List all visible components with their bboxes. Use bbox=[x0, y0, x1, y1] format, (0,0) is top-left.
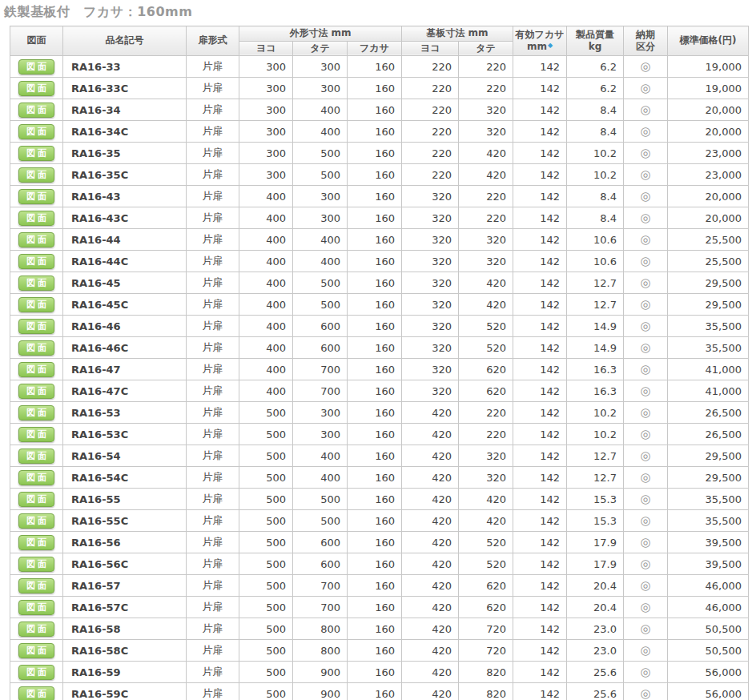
table-row: 図面 RA16-59 片扉 500 900 160 420 820 142 25… bbox=[10, 662, 749, 683]
door-type-cell: 片扉 bbox=[187, 380, 239, 402]
drawing-cell: 図面 bbox=[10, 683, 63, 700]
drawing-button[interactable]: 図面 bbox=[18, 232, 54, 247]
product-code-cell: RA16-53 bbox=[63, 402, 187, 424]
delivery-mark-cell: ◎ bbox=[624, 575, 668, 597]
door-type-cell: 片扉 bbox=[187, 445, 239, 467]
drawing-button[interactable]: 図面 bbox=[18, 535, 54, 550]
drawing-button[interactable]: 図面 bbox=[18, 622, 54, 637]
outer-depth-cell: 160 bbox=[348, 294, 402, 316]
drawing-button[interactable]: 図面 bbox=[18, 254, 54, 269]
drawing-button[interactable]: 図面 bbox=[18, 146, 54, 161]
outer-height-cell: 600 bbox=[293, 337, 348, 359]
weight-cell: 10.2 bbox=[567, 164, 624, 186]
effective-depth-cell: 142 bbox=[513, 143, 567, 164]
board-height-cell: 420 bbox=[459, 489, 513, 510]
product-code-cell: RA16-43 bbox=[63, 186, 187, 207]
drawing-button[interactable]: 図面 bbox=[18, 513, 54, 529]
table-row: 図面 RA16-44C 片扉 400 400 160 320 320 142 1… bbox=[10, 251, 749, 272]
outer-depth-cell: 160 bbox=[348, 424, 402, 445]
product-spec-table: 図面 品名記号 扉形式 外形寸法 mm 基板寸法 mm 有効フカサ mm◆ 製品… bbox=[10, 26, 749, 700]
outer-height-cell: 600 bbox=[293, 553, 348, 575]
delivery-mark-cell: ◎ bbox=[624, 662, 668, 683]
drawing-button[interactable]: 図面 bbox=[18, 362, 54, 377]
price-cell: 35,500 bbox=[668, 337, 749, 359]
delivery-mark: ◎ bbox=[640, 643, 650, 658]
product-code-cell: RA16-45 bbox=[63, 272, 187, 294]
drawing-button[interactable]: 図面 bbox=[18, 276, 54, 291]
drawing-button[interactable]: 図面 bbox=[18, 686, 54, 700]
delivery-mark: ◎ bbox=[640, 449, 650, 463]
door-type-cell: 片扉 bbox=[187, 683, 239, 700]
board-height-cell: 420 bbox=[459, 272, 513, 294]
drawing-button[interactable]: 図面 bbox=[18, 384, 54, 399]
drawing-button[interactable]: 図面 bbox=[18, 643, 54, 658]
delivery-mark-cell: ◎ bbox=[624, 186, 668, 207]
drawing-button[interactable]: 図面 bbox=[18, 340, 54, 356]
drawing-button[interactable]: 図面 bbox=[18, 297, 54, 312]
board-width-cell: 420 bbox=[402, 532, 459, 553]
table-row: 図面 RA16-33 片扉 300 300 160 220 220 142 6.… bbox=[10, 56, 749, 78]
door-type-cell: 片扉 bbox=[187, 56, 239, 78]
outer-depth-cell: 160 bbox=[348, 489, 402, 510]
weight-cell: 15.3 bbox=[567, 510, 624, 532]
drawing-button[interactable]: 図面 bbox=[18, 665, 54, 680]
drawing-button[interactable]: 図面 bbox=[18, 557, 54, 572]
effective-depth-cell: 142 bbox=[513, 597, 567, 618]
outer-width-cell: 500 bbox=[239, 445, 293, 467]
delivery-mark: ◎ bbox=[640, 492, 650, 506]
outer-height-cell: 300 bbox=[293, 424, 348, 445]
drawing-button[interactable]: 図面 bbox=[18, 427, 54, 442]
drawing-button[interactable]: 図面 bbox=[18, 449, 54, 464]
outer-width-cell: 300 bbox=[239, 56, 293, 78]
outer-width-cell: 300 bbox=[239, 164, 293, 186]
table-row: 図面 RA16-57C 片扉 500 700 160 420 620 142 2… bbox=[10, 597, 749, 618]
weight-cell: 8.4 bbox=[567, 99, 624, 121]
table-row: 図面 RA16-57 片扉 500 700 160 420 620 142 20… bbox=[10, 575, 749, 597]
drawing-button[interactable]: 図面 bbox=[18, 103, 54, 118]
weight-cell: 12.7 bbox=[567, 272, 624, 294]
price-cell: 35,500 bbox=[668, 510, 749, 532]
board-width-cell: 420 bbox=[402, 402, 459, 424]
drawing-button[interactable]: 図面 bbox=[18, 600, 54, 615]
drawing-button[interactable]: 図面 bbox=[18, 470, 54, 485]
outer-width-cell: 400 bbox=[239, 207, 293, 229]
weight-cell: 10.2 bbox=[567, 424, 624, 445]
price-cell: 29,500 bbox=[668, 272, 749, 294]
col-header-delivery: 納期 区分 bbox=[624, 26, 668, 56]
drawing-button[interactable]: 図面 bbox=[18, 405, 54, 420]
board-height-cell: 420 bbox=[459, 294, 513, 316]
col-header-effective-depth: 有効フカサ mm◆ bbox=[513, 26, 567, 56]
outer-width-cell: 400 bbox=[239, 359, 293, 380]
table-row: 図面 RA16-56 片扉 500 600 160 420 520 142 17… bbox=[10, 532, 749, 553]
price-cell: 29,500 bbox=[668, 445, 749, 467]
effective-depth-cell: 142 bbox=[513, 575, 567, 597]
weight-cell: 8.4 bbox=[567, 207, 624, 229]
drawing-button[interactable]: 図面 bbox=[18, 492, 54, 507]
delivery-mark: ◎ bbox=[640, 103, 650, 117]
effective-depth-cell: 142 bbox=[513, 229, 567, 251]
drawing-button[interactable]: 図面 bbox=[18, 59, 54, 74]
outer-height-cell: 500 bbox=[293, 510, 348, 532]
table-row: 図面 RA16-54 片扉 500 400 160 420 320 142 12… bbox=[10, 445, 749, 467]
drawing-button[interactable]: 図面 bbox=[18, 124, 54, 139]
drawing-button[interactable]: 図面 bbox=[18, 578, 54, 593]
outer-width-cell: 500 bbox=[239, 597, 293, 618]
table-row: 図面 RA16-58C 片扉 500 800 160 420 720 142 2… bbox=[10, 640, 749, 662]
outer-height-cell: 400 bbox=[293, 251, 348, 272]
drawing-button[interactable]: 図面 bbox=[18, 211, 54, 226]
price-cell: 50,500 bbox=[668, 640, 749, 662]
outer-height-cell: 400 bbox=[293, 99, 348, 121]
price-cell: 20,000 bbox=[668, 121, 749, 143]
weight-cell: 17.9 bbox=[567, 553, 624, 575]
weight-cell: 12.7 bbox=[567, 294, 624, 316]
door-type-cell: 片扉 bbox=[187, 532, 239, 553]
drawing-button[interactable]: 図面 bbox=[18, 81, 54, 96]
drawing-button[interactable]: 図面 bbox=[18, 189, 54, 204]
outer-depth-cell: 160 bbox=[348, 121, 402, 143]
effective-depth-cell: 142 bbox=[513, 380, 567, 402]
drawing-button[interactable]: 図面 bbox=[18, 319, 54, 334]
drawing-button[interactable]: 図面 bbox=[18, 167, 54, 183]
board-height-cell: 820 bbox=[459, 662, 513, 683]
delivery-mark: ◎ bbox=[640, 254, 650, 268]
outer-width-cell: 500 bbox=[239, 467, 293, 489]
